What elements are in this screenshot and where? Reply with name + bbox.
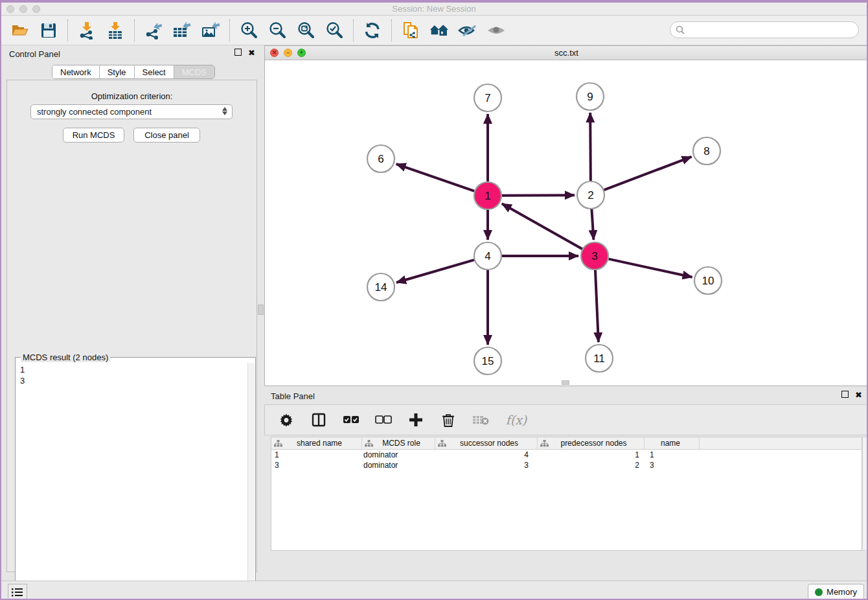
workspace: Control Panel ✖ Network Style Select MCD… <box>1 45 868 581</box>
app-window: Session: New Session <box>0 0 868 600</box>
list-icon <box>12 588 23 597</box>
graph-edge-2-9[interactable] <box>590 113 591 181</box>
criterion-dropdown[interactable]: strongly connected component <box>30 104 233 119</box>
hide-selected-icon[interactable] <box>458 21 477 40</box>
attribute-icon <box>438 440 446 447</box>
zoom-in-icon[interactable] <box>239 21 258 40</box>
graph-edge-1-2[interactable] <box>502 195 575 196</box>
close-table-panel-icon[interactable]: ✖ <box>855 391 862 400</box>
export-network-icon[interactable] <box>144 21 163 40</box>
graph-edge-3-10[interactable] <box>608 259 692 277</box>
search-input[interactable] <box>670 21 859 38</box>
cell-predecessor-nodes: 1 <box>538 450 645 460</box>
tab-mcds[interactable]: MCDS <box>174 65 214 78</box>
graph-node-label-11: 11 <box>593 352 605 365</box>
network-window-titlebar[interactable]: ✕ – + scc.txt <box>265 46 868 60</box>
open-session-icon[interactable] <box>10 21 30 40</box>
result-scrollbar[interactable] <box>247 363 255 600</box>
mcds-result-item: 1 <box>20 364 244 375</box>
memory-button[interactable]: Memory <box>808 584 864 600</box>
network-canvas[interactable]: 7968124314101511 <box>265 60 868 386</box>
delete-column-icon[interactable] <box>440 411 457 428</box>
run-mcds-button[interactable]: Run MCDS <box>63 128 124 143</box>
criterion-value: strongly connected component <box>37 107 152 117</box>
column-header-name[interactable]: name <box>645 437 700 449</box>
table-toolbar: f(x) <box>264 404 868 435</box>
attribute-icon <box>365 440 373 447</box>
graph-edge-4-14[interactable] <box>396 260 474 283</box>
splitter-handle-vertical[interactable] <box>258 305 264 315</box>
column-header-shared-name[interactable]: shared name <box>271 437 362 449</box>
close-panel-icon[interactable]: ✖ <box>248 49 255 58</box>
deselect-all-checkboxes-icon[interactable] <box>375 411 392 428</box>
zoom-selected-icon[interactable] <box>325 21 344 40</box>
tab-network[interactable]: Network <box>52 65 100 78</box>
splitter-handle-horizontal[interactable] <box>562 380 569 385</box>
function-builder-icon[interactable]: f(x) <box>505 411 528 428</box>
import-table-icon[interactable] <box>106 21 125 40</box>
table-header-row: shared name MCDS role successor nodes pr… <box>271 437 862 450</box>
node-table[interactable]: shared name MCDS role successor nodes pr… <box>271 437 862 551</box>
mcds-result-item: 3 <box>20 375 244 386</box>
table-panel: Table Panel ✖ <box>264 389 868 581</box>
tab-style[interactable]: Style <box>100 65 135 78</box>
select-all-checkboxes-icon[interactable] <box>343 411 360 428</box>
main-titlebar: Session: New Session <box>1 3 867 16</box>
split-view-icon[interactable] <box>310 411 327 428</box>
mcds-result-list[interactable]: 1 3 <box>16 363 247 600</box>
home-layout-icon[interactable] <box>429 21 449 40</box>
status-bar: Memory <box>1 581 868 600</box>
graph-node-label-7: 7 <box>485 92 490 104</box>
graph-node-label-4: 4 <box>485 250 490 262</box>
graph-edge-3-11[interactable] <box>595 270 599 342</box>
delete-table-icon[interactable] <box>472 411 489 428</box>
zoom-fit-icon[interactable] <box>296 21 315 40</box>
copy-network-icon[interactable] <box>401 21 420 40</box>
export-table-icon[interactable] <box>172 21 192 40</box>
refresh-view-icon[interactable] <box>363 21 382 40</box>
add-column-icon[interactable] <box>407 411 424 428</box>
export-image-icon[interactable] <box>201 21 220 40</box>
float-panel-icon[interactable] <box>234 49 242 58</box>
graph-edge-2-3[interactable] <box>591 209 593 240</box>
column-header-successor-nodes[interactable]: successor nodes <box>435 437 538 449</box>
graph-node-label-10: 10 <box>702 275 714 287</box>
mcds-panel: Optimization criterion: strongly connect… <box>6 80 257 572</box>
graph-edge-1-6[interactable] <box>396 164 475 191</box>
float-table-panel-icon[interactable] <box>841 391 849 400</box>
network-view-window: ✕ – + scc.txt 7968124314101511 <box>264 45 868 386</box>
import-network-icon[interactable] <box>77 21 97 40</box>
graph-node-label-2: 2 <box>588 189 593 202</box>
table-panel-buttons: ✖ <box>841 391 862 400</box>
cell-successor-nodes: 4 <box>435 450 538 460</box>
table-scrollbar[interactable] <box>862 437 868 551</box>
cell-name: 3 <box>645 460 700 470</box>
save-session-icon[interactable] <box>39 21 58 40</box>
column-settings-icon[interactable] <box>278 411 295 428</box>
task-history-button[interactable] <box>8 584 27 600</box>
cell-name: 1 <box>645 450 700 460</box>
network-graph[interactable]: 7968124314101511 <box>265 60 868 386</box>
graph-node-label-1: 1 <box>485 190 490 202</box>
cell-predecessor-nodes: 2 <box>538 460 645 470</box>
graph-node-label-8: 8 <box>703 145 709 157</box>
cell-shared-name: 3 <box>271 460 362 470</box>
cell-successor-nodes: 3 <box>435 460 538 470</box>
cell-mcds-role: dominator <box>362 450 435 460</box>
column-header-mcds-role[interactable]: MCDS role <box>362 437 435 449</box>
table-row[interactable]: 1 dominator 4 1 1 <box>271 450 862 460</box>
show-all-icon[interactable] <box>486 21 506 40</box>
control-panel-tabbar: Network Style Select MCDS <box>52 65 215 79</box>
graph-node-label-9: 9 <box>587 91 593 103</box>
tab-select[interactable]: Select <box>135 65 174 78</box>
graph-edge-3-1[interactable] <box>502 203 582 249</box>
column-header-predecessor-nodes[interactable]: predecessor nodes <box>538 437 645 449</box>
zoom-out-icon[interactable] <box>268 21 287 40</box>
control-panel-title: Control Panel <box>9 49 60 59</box>
table-row[interactable]: 3 dominator 3 2 3 <box>271 460 862 470</box>
close-panel-button[interactable]: Close panel <box>133 128 200 143</box>
graph-edge-2-8[interactable] <box>604 157 692 190</box>
criterion-label: Optimization criterion: <box>7 91 257 101</box>
window-title: Session: New Session <box>1 4 867 14</box>
memory-status-icon <box>815 588 823 596</box>
